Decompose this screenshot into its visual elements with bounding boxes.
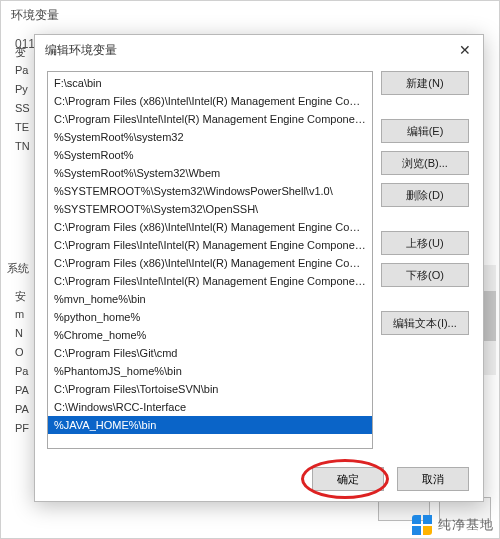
- new-button[interactable]: 新建(N): [381, 71, 469, 95]
- path-row[interactable]: %SystemRoot%\System32\Wbem: [48, 164, 372, 182]
- ok-button[interactable]: 确定: [312, 467, 384, 491]
- parent-scrollbar-thumb[interactable]: [483, 291, 496, 341]
- path-row[interactable]: C:\Program Files (x86)\Intel\Intel(R) Ma…: [48, 92, 372, 110]
- path-row[interactable]: C:\Program Files (x86)\Intel\Intel(R) Ma…: [48, 218, 372, 236]
- path-row[interactable]: C:\Program Files\Git\cmd: [48, 344, 372, 362]
- move-down-button[interactable]: 下移(O): [381, 263, 469, 287]
- path-row[interactable]: F:\sca\bin: [48, 74, 372, 92]
- path-row[interactable]: C:\Program Files\Intel\Intel(R) Manageme…: [48, 236, 372, 254]
- path-row[interactable]: C:\Program Files (x86)\Intel\Intel(R) Ma…: [48, 254, 372, 272]
- path-row[interactable]: C:\Program Files\TortoiseSVN\bin: [48, 380, 372, 398]
- path-row[interactable]: %SYSTEMROOT%\System32\OpenSSH\: [48, 200, 372, 218]
- path-row[interactable]: C:\Program Files\Intel\Intel(R) Manageme…: [48, 272, 372, 290]
- watermark-logo-icon: [412, 515, 432, 535]
- edit-env-dialog: 编辑环境变量 ✕ F:\sca\binC:\Program Files (x86…: [34, 34, 484, 502]
- path-row[interactable]: %mvn_home%\bin: [48, 290, 372, 308]
- browse-button[interactable]: 浏览(B)...: [381, 151, 469, 175]
- path-row[interactable]: %SystemRoot%: [48, 146, 372, 164]
- cancel-button[interactable]: 取消: [397, 467, 469, 491]
- path-row[interactable]: %python_home%: [48, 308, 372, 326]
- close-icon[interactable]: ✕: [453, 38, 477, 62]
- edit-text-button[interactable]: 编辑文本(I)...: [381, 311, 469, 335]
- path-row[interactable]: C:\Program Files\Intel\Intel(R) Manageme…: [48, 110, 372, 128]
- path-row[interactable]: %PhantomJS_home%\bin: [48, 362, 372, 380]
- path-row[interactable]: %JAVA_HOME%\bin: [48, 416, 372, 434]
- move-up-button[interactable]: 上移(U): [381, 231, 469, 255]
- watermark-text: 纯净基地: [438, 516, 494, 534]
- dialog-titlebar: 编辑环境变量 ✕: [35, 35, 483, 65]
- watermark: 纯净基地: [412, 515, 494, 535]
- dialog-title: 编辑环境变量: [45, 42, 453, 59]
- path-listbox[interactable]: F:\sca\binC:\Program Files (x86)\Intel\I…: [47, 71, 373, 449]
- delete-button[interactable]: 删除(D): [381, 183, 469, 207]
- path-row[interactable]: %SystemRoot%\system32: [48, 128, 372, 146]
- edit-button[interactable]: 编辑(E): [381, 119, 469, 143]
- path-row[interactable]: C:\Windows\RCC-Interface: [48, 398, 372, 416]
- path-row[interactable]: %SYSTEMROOT%\System32\WindowsPowerShell\…: [48, 182, 372, 200]
- parent-title: 环境变量: [1, 1, 499, 29]
- sys-header: 系统: [7, 261, 29, 276]
- path-row[interactable]: %Chrome_home%: [48, 326, 372, 344]
